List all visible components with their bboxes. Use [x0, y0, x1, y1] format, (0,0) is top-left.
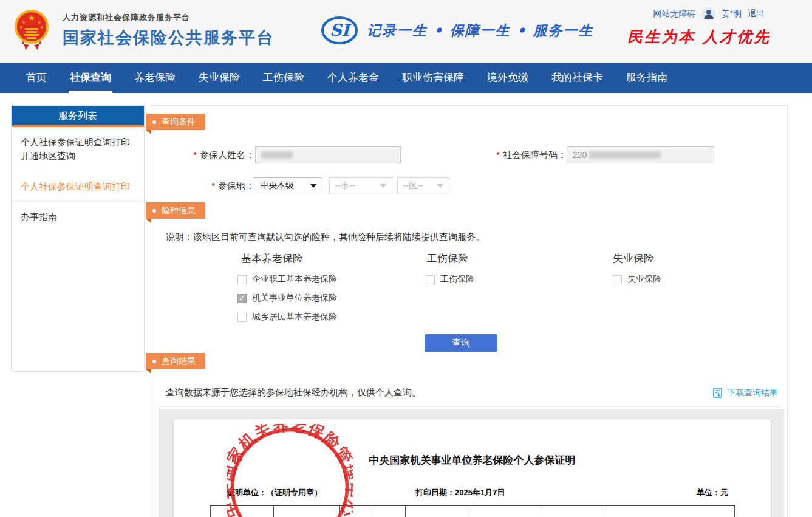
- username-link[interactable]: 姜*明: [722, 9, 742, 19]
- query-button[interactable]: 查询: [425, 334, 497, 352]
- si-logo-icon: SI: [321, 16, 358, 45]
- bullet-icon: [152, 209, 156, 213]
- district-select[interactable]: --区--: [397, 177, 449, 194]
- province-select[interactable]: 中央本级: [254, 177, 322, 194]
- checkbox-icon[interactable]: [237, 313, 247, 322]
- page: ★ ★ ★ ★ ★ 人力资源和社会保障政务服务平台 国家社会保险公共服务平台 S…: [0, 0, 812, 517]
- result-source-row: 查询数据来源于您选择的参保地社保经办机构，仅供个人查询。 下载查询结果: [166, 386, 778, 399]
- red-slogan: 民生为本 人才优先: [627, 27, 771, 47]
- brand-titles: 人力资源和社会保障政务服务平台 国家社会保险公共服务平台: [63, 12, 274, 49]
- insurance-group-pension: 基本养老保险 企业职工基本养老保险 机关事业单位养老保险 城乡居民基本养老保险: [237, 252, 337, 330]
- svg-text:SI: SI: [330, 21, 352, 39]
- user-avatar[interactable]: [702, 7, 715, 21]
- divider: [159, 406, 781, 407]
- certificate-unit: 单位：元: [697, 487, 728, 498]
- national-emblem-logo: ★ ★ ★ ★ ★: [12, 9, 51, 53]
- nav-item-service-guide[interactable]: 服务指南: [615, 63, 679, 93]
- platform-title: 国家社会保险公共服务平台: [63, 27, 274, 49]
- city-select[interactable]: --市--: [329, 177, 392, 194]
- table-cell: [340, 506, 372, 517]
- main-nav: 首页 社保查询 养老保险 失业保险 工伤保险 个人养老金 职业伤害保障 境外免缴…: [0, 63, 812, 93]
- logout-link[interactable]: 退出: [748, 9, 765, 19]
- certificate-issuer: 证明单位：（证明专用章）: [227, 487, 322, 498]
- name-label: *参保人姓名：: [151, 146, 254, 163]
- table-cell: [406, 506, 471, 517]
- sidebar-item-certificate-print[interactable]: 个人社保参保证明查询打印: [12, 171, 144, 201]
- group-title: 工伤保险: [427, 252, 474, 265]
- ssn-label: *社会保障号码：: [459, 146, 567, 163]
- checkbox-row-injury[interactable]: 工伤保险: [426, 274, 474, 285]
- checkbox-row-government-pension[interactable]: 机关事业单位养老保险: [237, 293, 337, 304]
- area-label: *参保地：: [151, 177, 254, 194]
- checkbox-row-unemployment[interactable]: 失业保险: [613, 274, 661, 285]
- checkbox-row-resident-pension[interactable]: 城乡居民基本养老保险: [237, 312, 337, 323]
- nav-item-injury[interactable]: 工伤保险: [251, 63, 316, 93]
- group-title: 失业保险: [613, 252, 661, 265]
- chevron-down-icon: [437, 184, 443, 188]
- nav-item-overseas-exemption[interactable]: 境外免缴: [476, 63, 540, 93]
- nav-item-my-card[interactable]: 我的社保卡: [540, 63, 615, 93]
- nav-item-pension[interactable]: 养老保险: [123, 63, 187, 93]
- nav-item-home[interactable]: 首页: [15, 63, 58, 93]
- sidebar-title: 服务列表: [12, 106, 144, 127]
- svg-text:★: ★: [28, 13, 35, 22]
- group-title: 基本养老保险: [241, 252, 337, 265]
- chevron-down-icon: [380, 184, 386, 188]
- chevron-down-icon: [310, 184, 316, 188]
- section-tab-query-results: 查询结果: [146, 353, 205, 369]
- download-results-link[interactable]: 下载查询结果: [711, 386, 778, 399]
- name-input[interactable]: [255, 146, 401, 163]
- source-note: 查询数据来源于您选择的参保地社保经办机构，仅供个人查询。: [166, 387, 421, 399]
- table-cell: [606, 506, 734, 517]
- ssn-prefix: 220: [573, 150, 587, 160]
- redacted-name-value: [261, 151, 293, 159]
- nav-item-occupational-injury[interactable]: 职业伤害保障: [391, 63, 476, 93]
- section-title: 查询条件: [162, 117, 196, 128]
- redacted-ssn-value: [589, 151, 661, 159]
- certificate-preview-panel: 中央国家机关事业单位养老保险个人参保证明 证明单位：（证明专用章） 打印日期：2…: [159, 409, 784, 517]
- download-file-icon: [711, 386, 724, 399]
- insurance-group-unemployment: 失业保险 失业保险: [613, 252, 661, 293]
- svg-text:★: ★: [19, 25, 23, 29]
- section-tab-query-conditions: 查询条件: [146, 114, 205, 130]
- section-tab-insurance-info: 险种信息: [146, 202, 205, 219]
- header-right: 网站无障碍 姜*明 退出 民生为本 人才优先: [627, 7, 765, 47]
- table-cell: [541, 506, 606, 517]
- header: ★ ★ ★ ★ ★ 人力资源和社会保障政务服务平台 国家社会保险公共服务平台 S…: [0, 0, 812, 63]
- table-cell: [274, 506, 340, 517]
- accessibility-link[interactable]: 网站无障碍: [653, 9, 696, 19]
- platform-small-title: 人力资源和社会保障政务服务平台: [63, 12, 274, 23]
- svg-text:★: ★: [38, 20, 41, 24]
- certificate-title: 中央国家机关事业单位养老保险个人参保证明: [174, 453, 771, 467]
- table-cell: [372, 506, 406, 517]
- table-cell: [211, 506, 274, 517]
- certificate-paper: 中央国家机关事业单位养老保险个人参保证明 证明单位：（证明专用章） 打印日期：2…: [174, 419, 771, 517]
- service-slogan: 记录一生 • 保障一生 • 服务一生: [367, 21, 593, 40]
- checkbox-icon[interactable]: [613, 275, 622, 284]
- svg-text:★: ★: [22, 20, 26, 24]
- sidebar-item-open-area-query[interactable]: 个人社保参保证明查询打印开通地区查询: [12, 127, 144, 171]
- nav-item-unemployment[interactable]: 失业保险: [187, 63, 251, 93]
- bullet-icon: [152, 360, 156, 363]
- checkbox-icon[interactable]: [426, 275, 435, 284]
- main-content: 查询条件 *参保人姓名： *社会保障号码： 220 *参保地： 中央本级 --市…: [151, 105, 788, 517]
- section-title: 查询结果: [162, 356, 196, 367]
- section-title: 险种信息: [162, 205, 196, 216]
- checkbox-icon[interactable]: [237, 294, 247, 303]
- user-links: 网站无障碍 姜*明 退出: [653, 7, 765, 21]
- sidebar: 服务列表 个人社保参保证明查询打印开通地区查询 个人社保参保证明查询打印 办事指…: [11, 105, 145, 372]
- ssn-input[interactable]: 220: [567, 146, 714, 163]
- insurance-group-injury: 工伤保险 工伤保险: [426, 252, 474, 293]
- nav-item-shebao-query[interactable]: 社保查询: [58, 63, 123, 93]
- certificate-table: [210, 505, 735, 517]
- header-center: SI 记录一生 • 保障一生 • 服务一生: [321, 16, 593, 45]
- checkbox-row-enterprise-pension[interactable]: 企业职工基本养老保险: [237, 274, 337, 285]
- nav-item-personal-pension[interactable]: 个人养老金: [316, 63, 391, 93]
- official-stamp: 中央国家机关养老保险管理中心: [227, 424, 353, 517]
- svg-text:中央国家机关养老保险管理中心: 中央国家机关养老保险管理中心: [227, 424, 353, 517]
- bullet-icon: [152, 120, 156, 124]
- insurance-note: 说明：该地区目前可查询默认勾选的险种，其他险种后续将陆续提供查询服务。: [166, 231, 485, 243]
- certificate-print-date: 打印日期：2025年1月7日: [415, 487, 505, 498]
- checkbox-icon[interactable]: [237, 275, 247, 284]
- sidebar-item-guide[interactable]: 办事指南: [12, 201, 144, 231]
